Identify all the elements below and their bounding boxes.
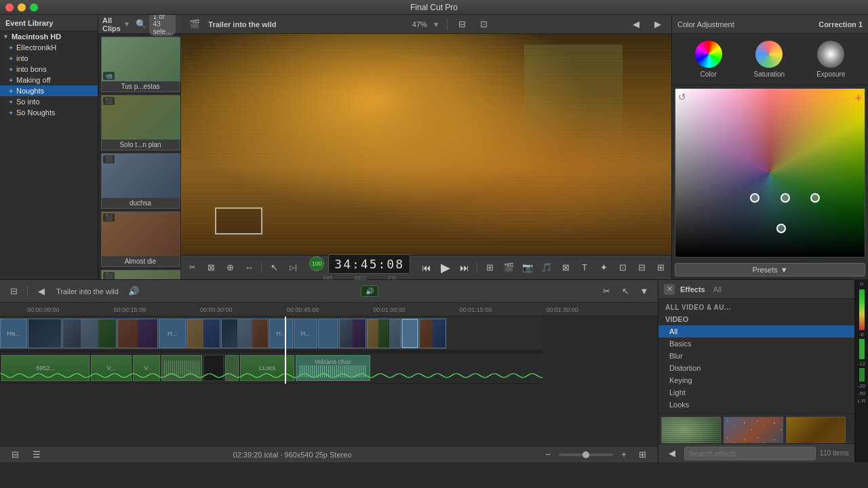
track-clip-selected[interactable] — [401, 319, 418, 348]
clip-thumbnail: ⬛ — [102, 270, 180, 279]
layout-icon-button[interactable]: ⊟ — [633, 260, 650, 275]
track-clip[interactable]: Ha... — [0, 319, 27, 348]
preview-icon-button[interactable]: 🎬 — [186, 17, 203, 32]
effects-icon-button[interactable]: ✦ — [595, 260, 612, 275]
timeline-tracks[interactable]: Ha... — [0, 317, 658, 446]
effects-close-button[interactable]: ✕ — [664, 284, 675, 295]
track-clip[interactable] — [318, 319, 338, 348]
track-clip[interactable] — [28, 319, 62, 348]
effects-cat-basics[interactable]: Basics — [658, 338, 854, 350]
trim-button[interactable]: ⊠ — [203, 260, 219, 275]
tl-dropdown-button[interactable]: ▼ — [636, 284, 652, 299]
transform-icon-button[interactable]: ⊡ — [614, 260, 631, 275]
timeline-audio-button[interactable]: 🔊 — [125, 284, 142, 299]
skip-forward-button[interactable]: ⏭ — [456, 260, 473, 276]
track-clip[interactable] — [186, 319, 220, 348]
timeline-toggle-button[interactable]: ⊟ — [5, 284, 22, 299]
fullscreen-button[interactable]: ⊡ — [476, 17, 492, 32]
share-icon-button[interactable]: ⊞ — [652, 260, 669, 275]
add-color-button[interactable]: + — [854, 92, 862, 106]
audio-icon-button[interactable]: 🎵 — [538, 260, 555, 275]
clip-item[interactable]: 📹 Tus p...estas — [101, 37, 180, 92]
presets-button[interactable]: Presets ▼ — [675, 263, 865, 277]
clip-item[interactable]: ⬛ he vis...sitios — [101, 270, 180, 279]
text-icon-button[interactable]: T — [576, 260, 593, 275]
close-button[interactable] — [5, 3, 14, 12]
track-clip[interactable]: H... — [269, 319, 293, 348]
clip-item[interactable]: ⬛ duchsa — [101, 153, 180, 209]
reset-button[interactable]: ↺ — [678, 92, 686, 102]
sidebar-item-into-bons[interactable]: ✦ into bons — [0, 64, 98, 75]
sidebar-item-noughts[interactable]: ✦ Noughts — [0, 85, 98, 96]
camera-icon-button[interactable]: 📷 — [519, 260, 536, 275]
blade-tool-button[interactable]: ✂ — [598, 284, 614, 299]
track-clip[interactable] — [221, 319, 269, 348]
drive-row[interactable]: ▼ Macintosh HD — [0, 31, 98, 42]
track-clip[interactable]: H... — [294, 319, 317, 348]
track-clip[interactable] — [62, 319, 117, 348]
clip-item[interactable]: ⬛ Almost die — [101, 211, 180, 267]
status-list-button[interactable]: ☰ — [28, 447, 45, 462]
zoom-out-button[interactable]: − — [540, 447, 556, 462]
effects-search-input[interactable] — [684, 447, 816, 460]
status-expand-button[interactable]: ⊟ — [7, 447, 23, 462]
effect-50s-tv[interactable]: 50s TV — [661, 417, 721, 443]
color-handle-2[interactable] — [781, 193, 790, 203]
play-button[interactable]: ▶ — [437, 260, 454, 276]
trim-btn2[interactable]: ▷| — [285, 260, 301, 275]
sidebar-item-so-noughts[interactable]: ✦ So Noughts — [0, 107, 98, 118]
effects-cat-distortion[interactable]: Distortion — [658, 362, 854, 374]
timeline-zoom-slider[interactable] — [559, 453, 613, 456]
effects-cat-looks[interactable]: Looks — [658, 399, 854, 411]
sidebar-item-into[interactable]: ✦ into — [0, 53, 98, 64]
sidebar-item-making-off[interactable]: ✦ Making off — [0, 75, 98, 85]
color-tool-saturation[interactable]: Saturation — [754, 41, 785, 78]
effects-cat-all[interactable]: All — [658, 325, 854, 338]
effects-cat-all-label: All — [669, 327, 677, 336]
effects-cat-light[interactable]: Light — [658, 386, 854, 399]
titles-icon-button[interactable]: ⊠ — [557, 260, 574, 275]
hr-label: HR — [323, 274, 332, 281]
position-button[interactable]: ⊕ — [222, 260, 238, 275]
effects-nav-button[interactable]: ◀ — [664, 446, 680, 461]
ruler-mark-0: 00:00:00:00 — [27, 306, 60, 313]
timeline-back-button[interactable]: ◀ — [33, 284, 50, 299]
audio-clip-llocs[interactable]: LLocs — [240, 355, 294, 381]
track-clip[interactable]: H... — [159, 319, 186, 348]
nav-right-button[interactable]: ▶ — [650, 17, 666, 32]
effects-cat-keying[interactable]: Keying — [658, 374, 854, 386]
nav-left-button[interactable]: ◀ — [628, 17, 644, 32]
track-clip[interactable] — [367, 319, 401, 348]
search-button[interactable]: 🔍 — [136, 17, 146, 32]
effect-add-noise[interactable]: Add Noise — [724, 417, 783, 443]
range-button[interactable]: ↔ — [241, 260, 257, 275]
tl-select-button[interactable]: ↖ — [617, 284, 633, 299]
color-handle-1[interactable] — [750, 193, 760, 203]
minimize-button[interactable] — [18, 3, 26, 12]
clip-thumbnail: 📹 — [102, 37, 180, 81]
color-handle-4[interactable] — [776, 224, 786, 233]
color-tool-color[interactable]: Color — [695, 41, 722, 78]
effects-cat-blur[interactable]: Blur — [658, 350, 854, 362]
zoom-in-button[interactable]: + — [616, 447, 632, 462]
ruler-mark-1: 00:00:15:00 — [114, 306, 146, 313]
select-button[interactable]: ↖ — [266, 260, 282, 275]
sidebar-item-electronikH[interactable]: ✦ ElIectronikH — [0, 42, 98, 53]
clip-item[interactable]: ⬛ Solo t...n plan — [101, 95, 180, 150]
track-clip[interactable] — [117, 319, 158, 348]
maximize-button[interactable] — [30, 3, 38, 12]
video-icon-button[interactable]: 🎬 — [500, 260, 517, 275]
aspect-button[interactable]: ⊟ — [454, 17, 471, 32]
effect-aged-film[interactable]: Aged Film — [786, 417, 846, 443]
preview-area[interactable] — [181, 34, 671, 255]
fullscreen-btn2[interactable]: ⊞ — [481, 260, 498, 275]
color-tool-exposure[interactable]: Exposure — [816, 41, 845, 78]
skip-back-button[interactable]: ⏮ — [418, 260, 435, 276]
track-clip[interactable] — [339, 319, 366, 348]
zoom-fit-button[interactable]: ⊞ — [635, 447, 651, 462]
track-clip[interactable] — [419, 319, 446, 348]
color-picker-area[interactable]: ↺ + — [675, 88, 865, 258]
blade-button[interactable]: ✂ — [184, 260, 200, 275]
color-handle-3[interactable] — [810, 193, 820, 203]
sidebar-item-so-into[interactable]: ✦ So into — [0, 96, 98, 107]
